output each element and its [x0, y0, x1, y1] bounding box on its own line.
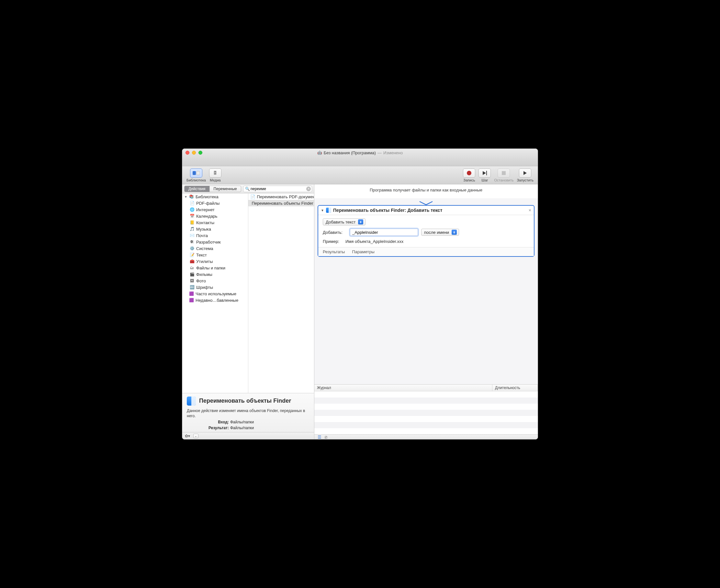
media-button[interactable]: 🎛 Медиа	[207, 169, 223, 182]
card-title: Переименовать объекты Finder: Добавить т…	[333, 208, 442, 213]
workflow-pane: Программа получает файлы и папки как вхо…	[314, 184, 538, 439]
record-button[interactable]: Запись	[461, 169, 477, 182]
results-tab[interactable]: Результаты	[323, 249, 345, 254]
example-value: Имя объекта_AppleInsider.xxx	[345, 239, 403, 244]
input-label: Вход:	[187, 420, 229, 424]
search-icon: 🔍	[245, 187, 250, 191]
smart-folder-item[interactable]: 🟪Часто используемые	[182, 290, 248, 297]
window-title: 🤖 Без названия (Программа) — Изменено	[182, 150, 538, 155]
log-row	[314, 391, 538, 398]
log-col-duration[interactable]: Длительность	[493, 384, 538, 391]
mode-select[interactable]: Добавить текст	[323, 218, 365, 226]
category-icon: 📝	[189, 252, 195, 257]
position-select[interactable]: после имени	[421, 229, 459, 236]
info-description: Данное действие изменяет имена объектов …	[187, 408, 309, 419]
step-button[interactable]: Шаг	[477, 169, 493, 182]
clear-search-icon[interactable]: ✕	[306, 187, 311, 191]
category-label: Музыка	[196, 227, 211, 232]
close-window-icon[interactable]	[185, 151, 189, 154]
category-item[interactable]: 🔤Шрифты	[182, 284, 248, 290]
category-item[interactable]: 📒Контакты	[182, 219, 248, 226]
log-row	[314, 404, 538, 410]
category-icon: ⚙️	[189, 246, 195, 251]
add-text-label: Добавить:	[323, 230, 347, 235]
mode-select-value: Добавить текст	[326, 219, 356, 225]
library-root[interactable]: ▼📚Библиотека	[182, 193, 248, 200]
workflow-canvas[interactable]: ▼ Переименовать объекты Finder: Добавить…	[314, 198, 538, 384]
log-row	[314, 422, 538, 428]
run-label: Запустить	[517, 178, 534, 182]
remove-action-icon[interactable]: ×	[529, 208, 531, 213]
zoom-window-icon[interactable]	[198, 151, 202, 154]
category-label: Система	[196, 246, 213, 251]
log-col-journal[interactable]: Журнал	[314, 384, 493, 391]
action-card[interactable]: ▼ Переименовать объекты Finder: Добавить…	[318, 205, 535, 257]
category-item[interactable]: 📝Текст	[182, 252, 248, 258]
collapse-toggle-icon[interactable]: ⌄	[193, 434, 198, 438]
smart-folder-label: Недавно…бавленные	[196, 298, 238, 303]
category-label: Разработчик	[196, 240, 221, 245]
smart-folder-label: Часто используемые	[196, 291, 236, 296]
info-title: Переименовать объекты Finder	[199, 398, 291, 404]
info-panel: Переименовать объекты Finder Данное дейс…	[182, 393, 314, 432]
outline-view-icon[interactable]: ⎚	[325, 435, 327, 440]
log-view-icon[interactable]: ☰	[318, 435, 321, 440]
finder-icon	[326, 208, 331, 213]
category-item[interactable]: 🌐Интернет	[182, 206, 248, 213]
category-item[interactable]: 🧰Утилиты	[182, 258, 248, 265]
titlebar: 🤖 Без названия (Программа) — Изменено	[182, 149, 538, 166]
category-label: Интернет	[196, 207, 215, 212]
minimize-window-icon[interactable]	[192, 151, 196, 154]
svg-rect-1	[197, 171, 200, 175]
action-item[interactable]: 📄Переименовать PDF-документы	[248, 193, 314, 200]
category-item[interactable]: 📅Календарь	[182, 213, 248, 219]
category-icon: 🎵	[189, 226, 195, 232]
window-controls	[182, 151, 205, 154]
chevron-updown-icon	[358, 219, 363, 225]
params-tab[interactable]: Параметры	[352, 249, 374, 254]
category-icon: 🌐	[189, 207, 195, 212]
svg-rect-0	[193, 171, 196, 175]
add-text-input[interactable]	[350, 229, 418, 236]
action-item[interactable]: Переименовать объекты Finder	[248, 200, 314, 206]
category-label: Фото	[196, 278, 206, 283]
input-value: Файлы/папки	[230, 420, 254, 424]
disclosure-triangle-icon[interactable]: ▼	[321, 209, 324, 212]
category-icon: 🧰	[189, 259, 195, 264]
library-tree[interactable]: ▼📚Библиотека📄PDF-файлы🌐Интернет📅Календар…	[182, 193, 248, 393]
category-item[interactable]: 📄PDF-файлы	[182, 200, 248, 206]
tab-variables[interactable]: Переменные	[210, 186, 241, 192]
sidebar: Действия Переменные 🔍 ✕ ▼📚Библиотека📄PDF…	[182, 184, 314, 439]
category-item[interactable]: 🛠Разработчик	[182, 239, 248, 245]
category-item[interactable]: 🖼Фото	[182, 277, 248, 284]
library-button[interactable]: Библиотека	[185, 169, 207, 182]
category-item[interactable]: 🎬Фильмы	[182, 271, 248, 277]
output-label: Результат:	[187, 426, 229, 430]
smart-folder-item[interactable]: 🟪Недавно…бавленные	[182, 297, 248, 303]
title-dash: —	[378, 150, 382, 155]
disclosure-triangle-icon[interactable]: ▼	[184, 195, 187, 198]
library-icon: 📚	[189, 194, 194, 199]
category-item[interactable]: 🎵Музыка	[182, 226, 248, 232]
stop-button[interactable]: Остановить	[493, 169, 515, 182]
tab-actions[interactable]: Действия	[184, 186, 210, 192]
run-button[interactable]: Запустить	[515, 169, 535, 182]
connector-icon	[318, 201, 535, 205]
play-icon	[523, 171, 527, 175]
left-status-bar: ✿▾ ⌄	[182, 432, 314, 439]
category-item[interactable]: ✉️Почта	[182, 232, 248, 239]
search-input[interactable]	[243, 186, 312, 192]
category-label: Файлы и папки	[196, 266, 225, 270]
settings-gear-icon[interactable]: ✿▾	[185, 434, 190, 438]
smart-folder-icon: 🟪	[189, 291, 194, 296]
log-row	[314, 398, 538, 404]
category-item[interactable]: ⚙️Система	[182, 245, 248, 252]
category-item[interactable]: 🗂Файлы и папки	[182, 265, 248, 271]
search-field: 🔍 ✕	[243, 186, 312, 192]
log-row	[314, 410, 538, 416]
action-list[interactable]: 📄Переименовать PDF-документыПереименоват…	[248, 193, 314, 393]
finder-icon	[187, 397, 196, 405]
category-label: Текст	[196, 253, 207, 257]
category-icon: 🖼	[189, 278, 195, 283]
step-label: Шаг	[481, 178, 488, 182]
